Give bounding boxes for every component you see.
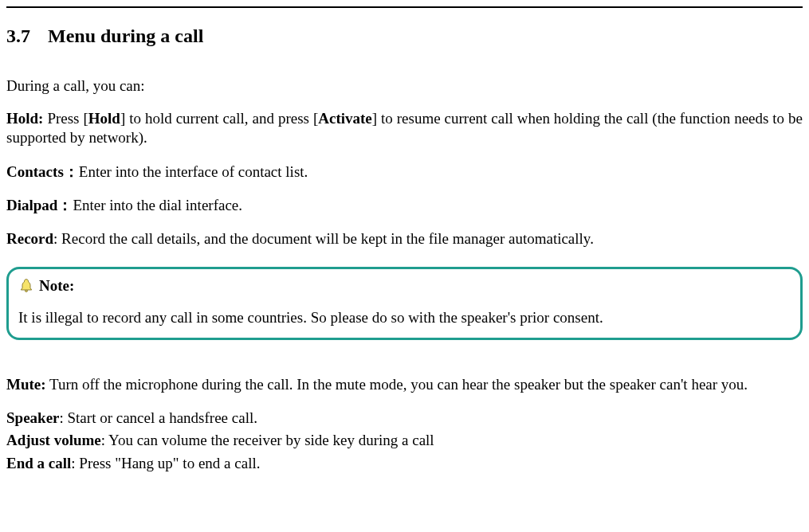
item-speaker: Speaker: Start or cancel a handsfree cal… [6, 409, 803, 428]
item-contacts-label: Contacts： [6, 163, 79, 180]
note-body: It is illegal to record any call in some… [18, 309, 791, 327]
item-hold-label: Hold: [6, 110, 43, 127]
item-mute-label: Mute: [6, 376, 46, 393]
section-heading: 3.7Menu during a call [6, 25, 803, 47]
item-hold-key1: Hold [88, 110, 120, 127]
item-contacts-text: Enter into the interface of contact list… [79, 163, 308, 180]
item-hold-mid: ] to hold current call, and press [ [120, 110, 318, 127]
top-horizontal-rule [6, 6, 803, 8]
section-number: 3.7 [6, 25, 30, 46]
document-page: 3.7Menu during a call During a call, you… [0, 6, 809, 532]
item-speaker-text: : Start or cancel a handsfree call. [60, 409, 257, 426]
item-end-call: End a call: Press "Hang up" to end a cal… [6, 454, 803, 473]
item-end-text: : Press "Hang up" to end a call. [71, 455, 260, 471]
item-end-label: End a call [6, 455, 71, 471]
item-record-label: Record [6, 230, 53, 247]
bell-icon [18, 278, 34, 294]
section-title: Menu during a call [48, 25, 203, 46]
note-label: Note: [39, 277, 74, 295]
note-box: Note: It is illegal to record any call i… [6, 267, 803, 340]
item-hold: Hold: Press [Hold] to hold current call,… [6, 109, 803, 148]
item-contacts: Contacts：Enter into the interface of con… [6, 162, 803, 182]
item-dialpad: Dialpad：Enter into the dial interface. [6, 196, 803, 215]
item-adjust-volume: Adjust volume: You can volume the receiv… [6, 431, 803, 450]
item-dialpad-label: Dialpad： [6, 197, 73, 213]
item-record-text: : Record the call details, and the docum… [53, 230, 594, 247]
note-header: Note: [18, 277, 791, 295]
item-adjust-label: Adjust volume [6, 432, 101, 448]
item-dialpad-text: Enter into the dial interface. [73, 197, 242, 213]
item-speaker-label: Speaker [6, 409, 60, 426]
item-mute: Mute: Turn off the microphone during the… [6, 375, 803, 394]
item-adjust-text: : You can volume the receiver by side ke… [101, 432, 434, 448]
item-hold-key2: Activate [318, 110, 372, 127]
spacer [0, 340, 809, 361]
item-mute-text: Turn off the microphone during the call.… [46, 376, 748, 393]
intro-text: During a call, you can: [6, 77, 803, 95]
item-record: Record: Record the call details, and the… [6, 229, 803, 248]
item-hold-pre: Press [ [43, 110, 88, 127]
